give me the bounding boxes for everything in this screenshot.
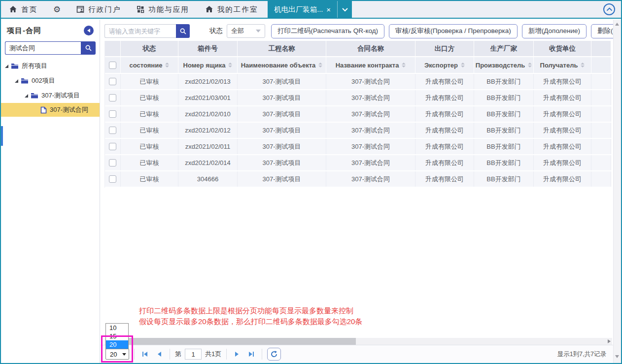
table-cell: 307-测试项目 — [238, 155, 326, 170]
table-cell-value: 307-测试合同 — [351, 142, 390, 151]
column-header-zh-label: 出口方 — [435, 44, 455, 53]
column-header-ru[interactable]: Наименование объекта — [238, 57, 326, 73]
tree-expand-icon[interactable] — [5, 65, 8, 68]
column-header-ru[interactable]: Название контракта — [326, 57, 415, 73]
sidebar-search-input[interactable] — [5, 41, 81, 55]
column-header-ru[interactable]: Получатель — [534, 57, 591, 73]
nav-item-label: 行政门户 — [88, 5, 121, 14]
close-icon[interactable]: × — [326, 6, 331, 13]
tree-expand-icon[interactable] — [15, 79, 18, 83]
table-cell: 升成有限公司 — [415, 155, 474, 170]
nav-item-apps[interactable]: 功能与应用 — [129, 1, 197, 18]
toolbar-button-1[interactable]: 审核/反审核(Проверка / Препроверка) — [389, 24, 518, 38]
table-cell-value: 307-测试项目 — [262, 142, 301, 151]
sort-icon[interactable] — [165, 63, 169, 67]
row-checkbox[interactable] — [109, 94, 116, 101]
table-cell-value: 升成有限公司 — [543, 142, 582, 151]
table-cell: 307-测试合同 — [326, 106, 415, 122]
status-select[interactable]: 全部 — [227, 24, 265, 38]
page-size-option-20[interactable]: 20 — [106, 340, 128, 349]
first-page-button[interactable] — [139, 348, 150, 360]
table-cell: 升成有限公司 — [415, 90, 474, 105]
page-size-select[interactable]: 20 — [105, 349, 129, 360]
select-all-checkbox[interactable] — [109, 62, 116, 69]
row-checkbox[interactable] — [109, 127, 116, 134]
tree-item[interactable]: 所有项目 — [1, 59, 100, 73]
table-cell: 升成有限公司 — [534, 90, 591, 105]
sort-icon[interactable] — [461, 63, 465, 67]
prev-page-button[interactable] — [154, 348, 165, 360]
column-header-ru[interactable]: Экспортер — [415, 57, 474, 73]
table-cell-value: zxd2021/02/013 — [185, 78, 231, 85]
sort-icon[interactable] — [228, 63, 232, 67]
sidebar-search — [5, 41, 96, 55]
page-size-option-15[interactable]: 15 — [106, 332, 128, 340]
collapse-header-button[interactable] — [603, 3, 615, 15]
tree-item[interactable]: 002项目 — [1, 73, 100, 88]
tree-item[interactable]: 307-测试项目 — [1, 88, 100, 103]
column-header-zh-label: 合同名称 — [357, 44, 384, 53]
sort-icon[interactable] — [528, 63, 532, 67]
table-cell: 307-测试项目 — [238, 123, 326, 138]
table-cell-value: 升成有限公司 — [425, 126, 464, 135]
nav-item-portal[interactable]: 行政门户 — [69, 1, 129, 18]
column-header-ru[interactable]: состояние — [121, 57, 178, 73]
scroll-up-icon[interactable] — [615, 23, 619, 26]
main-panel: 状态 全部 打印二维码(Распечатать QR-код)审核/反审核(Пр… — [101, 20, 621, 363]
sidebar-collapse-button[interactable] — [84, 26, 94, 35]
column-header-ru[interactable]: Номер ящика — [178, 57, 238, 73]
vertical-scrollbar[interactable] — [613, 20, 621, 363]
last-page-button[interactable] — [246, 348, 257, 360]
column-header-zh: 出口方 — [415, 41, 474, 56]
horizontal-scrollbar-thumb[interactable] — [119, 338, 356, 345]
sort-icon[interactable] — [581, 63, 585, 67]
table-row: 已审核zxd2021/02/010307-测试项目307-测试合同升成有限公司B… — [105, 106, 611, 123]
sort-icon[interactable] — [402, 63, 406, 67]
row-checkbox[interactable] — [109, 143, 116, 150]
page-prefix-label: 第 — [175, 350, 181, 359]
horizontal-scrollbar[interactable] — [104, 338, 612, 345]
active-tab-label: 机电出厂装箱... — [274, 5, 323, 14]
separator — [262, 349, 262, 360]
tree-item[interactable]: 307-测试合同 — [1, 103, 100, 117]
refresh-button[interactable] — [267, 348, 281, 361]
toolbar-button-2[interactable]: 新增(Дополение) — [522, 24, 587, 38]
sidebar-scrollbar-thumb[interactable] — [1, 126, 3, 146]
row-checkbox[interactable] — [109, 175, 116, 183]
table-cell: 307-测试项目 — [238, 171, 326, 187]
nav-spacer — [352, 1, 603, 18]
sidebar: 项目-合同 所有项目002项目307-测试项目307-测试合同 — [1, 20, 100, 363]
column-header-ru[interactable]: Производстель — [474, 57, 534, 73]
nav-item-workspace[interactable]: 我的工作室 — [197, 1, 266, 18]
nav-item-home[interactable]: 首页 — [1, 1, 45, 18]
table-cell: 升成有限公司 — [534, 171, 591, 187]
next-page-button[interactable] — [232, 348, 242, 360]
keyword-search-button[interactable] — [176, 24, 190, 38]
row-select-cell — [105, 155, 121, 170]
nav-item-settings[interactable]: ⚙ — [45, 1, 69, 18]
table-cell-value: 已审核 — [140, 159, 159, 167]
page-size-option-10[interactable]: 10 — [106, 324, 128, 332]
row-checkbox[interactable] — [109, 159, 116, 166]
page-number-input[interactable] — [185, 349, 202, 360]
keyword-search-input[interactable] — [104, 24, 176, 38]
table-cell-value: 307-测试合同 — [351, 94, 390, 102]
scroll-right-icon[interactable] — [608, 339, 611, 343]
column-header-ru — [591, 57, 611, 73]
table-cell-value: BB开发部门 — [486, 94, 520, 102]
scroll-down-icon[interactable] — [615, 355, 619, 358]
sort-icon[interactable] — [318, 63, 322, 67]
toolbar-button-0[interactable]: 打印二维码(Распечатать QR-код) — [271, 24, 384, 38]
active-tab[interactable]: 机电出厂装箱... × — [268, 1, 337, 18]
table-cell: 307-测试合同 — [326, 155, 415, 170]
tree-expand-icon[interactable] — [25, 94, 28, 98]
sidebar-search-button[interactable] — [81, 41, 96, 55]
table-cell-value: 307-测试合同 — [351, 126, 390, 135]
tab-list-dropdown[interactable] — [337, 1, 352, 18]
table-cell — [591, 106, 611, 122]
row-checkbox[interactable] — [109, 78, 116, 85]
table-cell: 307-测试合同 — [326, 74, 415, 89]
row-checkbox[interactable] — [109, 110, 116, 118]
folder-icon — [21, 77, 29, 84]
chevron-down-icon — [122, 353, 126, 356]
